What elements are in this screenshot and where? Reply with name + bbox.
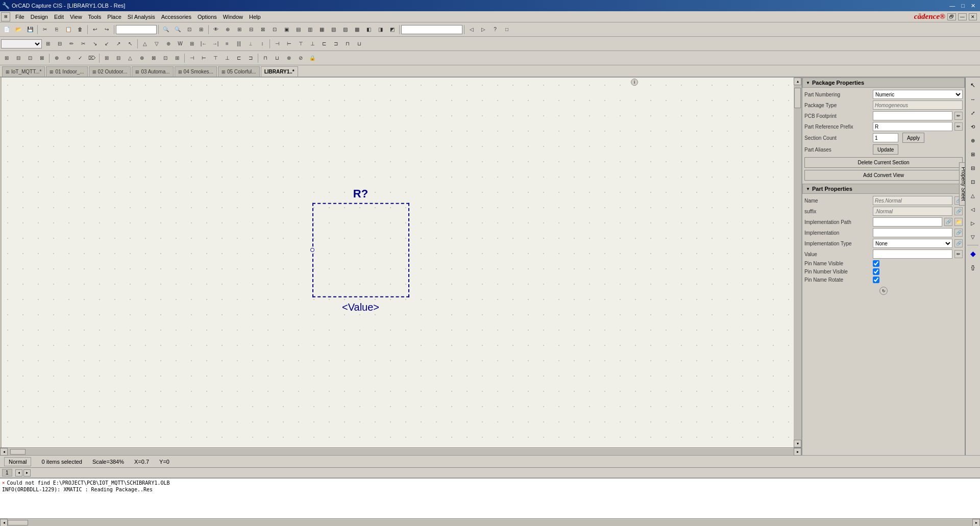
apply-button[interactable]: Apply bbox=[902, 133, 924, 143]
t2-b19[interactable]: ↕ bbox=[257, 38, 268, 49]
window-controls[interactable]: — □ ✕ bbox=[947, 2, 978, 10]
t3-b17[interactable]: ⊢ bbox=[198, 53, 209, 64]
tab-scroll-left[interactable]: ◂ bbox=[15, 469, 22, 477]
part-numbering-select[interactable]: Numeric Alphabetic bbox=[873, 90, 963, 99]
b5[interactable]: ▣ bbox=[281, 24, 292, 35]
name-input[interactable] bbox=[873, 196, 952, 205]
delete-btn[interactable]: 🗑 bbox=[75, 24, 86, 35]
zoom-area-btn[interactable]: ⊞ bbox=[195, 24, 207, 35]
impl-path-input[interactable] bbox=[873, 217, 942, 227]
rt-btn-3[interactable]: ⤢ bbox=[966, 106, 979, 119]
rt-btn-9[interactable]: △ bbox=[966, 189, 979, 202]
t2-b10[interactable]: ▽ bbox=[151, 38, 162, 49]
add-convert-button[interactable]: Add Convert View bbox=[804, 170, 963, 181]
tab-scroll-right[interactable]: ▸ bbox=[23, 469, 31, 477]
undo-btn[interactable]: ↩ bbox=[89, 24, 101, 35]
b15[interactable]: ◁ bbox=[466, 24, 477, 35]
t2-b22[interactable]: ⊤ bbox=[295, 38, 306, 49]
ref-prefix-edit-icon[interactable]: ✏ bbox=[954, 122, 963, 131]
redo-btn[interactable]: ↪ bbox=[101, 24, 112, 35]
t3-b20[interactable]: ⊏ bbox=[233, 53, 244, 64]
v-scroll-track[interactable] bbox=[794, 85, 801, 440]
help-btn[interactable]: ? bbox=[489, 24, 501, 35]
t3-b21[interactable]: ⊐ bbox=[245, 53, 256, 64]
rt-btn-5[interactable]: ⊕ bbox=[966, 134, 979, 147]
property-sheet-tab[interactable]: Property Sheet bbox=[959, 162, 965, 206]
menu-design[interactable]: Design bbox=[28, 13, 51, 21]
console-scroll-thumb[interactable] bbox=[8, 520, 28, 525]
copy-btn[interactable]: ⎘ bbox=[51, 24, 62, 35]
t2-b13[interactable]: ⊞ bbox=[186, 38, 198, 49]
console-scroll-left[interactable]: ◂ bbox=[0, 519, 8, 527]
new-btn[interactable]: 📄 bbox=[1, 24, 12, 35]
rt-btn-8[interactable]: ⊡ bbox=[966, 175, 979, 188]
rt-btn-10[interactable]: ◁ bbox=[966, 203, 979, 216]
t2-b15[interactable]: →| bbox=[210, 38, 221, 49]
t3-b22[interactable]: ⊓ bbox=[260, 53, 271, 64]
b9[interactable]: ▧ bbox=[328, 24, 339, 35]
rt-btn-1[interactable]: ↖ bbox=[966, 79, 979, 92]
menu-view[interactable]: View bbox=[67, 13, 85, 21]
t3-b19[interactable]: ⊥ bbox=[222, 53, 233, 64]
t3-b9[interactable]: ⊞ bbox=[101, 53, 112, 64]
rt-btn-4[interactable]: ⟲ bbox=[966, 120, 979, 133]
schematic-canvas[interactable]: R? <Value> bbox=[0, 78, 801, 447]
minimize-button[interactable]: — bbox=[947, 2, 958, 10]
t2-b24[interactable]: ⊏ bbox=[318, 38, 330, 49]
v-scroll-down[interactable]: ▾ bbox=[794, 440, 801, 447]
b14[interactable]: ◩ bbox=[386, 24, 398, 35]
b8[interactable]: ▦ bbox=[316, 24, 327, 35]
t3-b15[interactable]: ⊞ bbox=[172, 53, 183, 64]
snap-btn[interactable]: ⊕ bbox=[222, 24, 233, 35]
minimize-inner-button[interactable]: — bbox=[958, 13, 967, 20]
t3-b14[interactable]: ⊡ bbox=[160, 53, 171, 64]
part-ref-prefix-input[interactable] bbox=[873, 122, 952, 131]
section-count-input[interactable] bbox=[873, 133, 898, 142]
info-circle[interactable]: i bbox=[631, 79, 638, 86]
t3-b16[interactable]: ⊣ bbox=[186, 53, 198, 64]
b10[interactable]: ▨ bbox=[339, 24, 351, 35]
tab-02-outdoor[interactable]: ⊞ 02 Outdoor... bbox=[89, 66, 131, 77]
h-scroll-thumb[interactable] bbox=[10, 449, 26, 455]
t2-b27[interactable]: ⊔ bbox=[354, 38, 365, 49]
value-input[interactable] bbox=[873, 249, 952, 259]
b6[interactable]: ▤ bbox=[292, 24, 304, 35]
rt-btn-6[interactable]: ⊞ bbox=[966, 147, 979, 161]
package-properties-header[interactable]: ▼ Package Properties bbox=[802, 78, 965, 88]
value-edit-icon[interactable]: ✏ bbox=[954, 250, 963, 258]
console-scroll-right[interactable]: ▸ bbox=[972, 519, 980, 527]
t2-b12[interactable]: W bbox=[175, 38, 186, 49]
t2-b18[interactable]: ⟂ bbox=[245, 38, 256, 49]
t2-b7[interactable]: ↗ bbox=[113, 38, 124, 49]
v-scrollbar[interactable]: ▴ ▾ bbox=[794, 78, 801, 447]
b13[interactable]: ◨ bbox=[375, 24, 386, 35]
rt-btn-13[interactable]: ◆ bbox=[966, 247, 979, 260]
search-input[interactable] bbox=[116, 25, 157, 34]
suffix-link-icon[interactable]: 🔗 bbox=[954, 207, 963, 215]
t2-b8[interactable]: ↖ bbox=[125, 38, 136, 49]
t3-b18[interactable]: ⊤ bbox=[210, 53, 221, 64]
menu-options[interactable]: Options bbox=[194, 13, 220, 21]
tab-03-auto[interactable]: ⊞ 03 Automa... bbox=[132, 66, 173, 77]
b17[interactable]: □ bbox=[501, 24, 512, 35]
open-btn[interactable]: 📂 bbox=[13, 24, 24, 35]
suffix-input[interactable] bbox=[873, 207, 952, 216]
menu-edit[interactable]: Edit bbox=[51, 13, 67, 21]
impl-link-icon[interactable]: 🔗 bbox=[954, 229, 963, 237]
t2-b2[interactable]: ⊟ bbox=[54, 38, 65, 49]
t3-b4[interactable]: ⊠ bbox=[36, 53, 47, 64]
close-button[interactable]: ✕ bbox=[968, 2, 978, 10]
b1[interactable]: ⊞ bbox=[234, 24, 245, 35]
t3-b1[interactable]: ⊞ bbox=[1, 53, 12, 64]
t3-b25[interactable]: ⊘ bbox=[295, 53, 306, 64]
v-scroll-thumb[interactable] bbox=[794, 88, 801, 108]
t2-b20[interactable]: ⊣ bbox=[272, 38, 283, 49]
t2-b23[interactable]: ⊥ bbox=[307, 38, 318, 49]
pcb-footprint-input[interactable] bbox=[873, 111, 952, 120]
page-tab-1[interactable]: 1 bbox=[2, 469, 12, 477]
t3-b11[interactable]: △ bbox=[125, 53, 136, 64]
b4[interactable]: ⊡ bbox=[269, 24, 280, 35]
t3-b24[interactable]: ⊗ bbox=[283, 53, 295, 64]
t3-b6[interactable]: ⊖ bbox=[63, 53, 74, 64]
b7[interactable]: ▥ bbox=[304, 24, 315, 35]
